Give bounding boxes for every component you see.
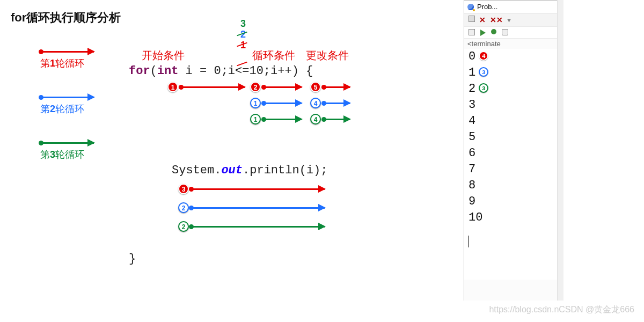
output-row: 10 (469, 210, 553, 226)
output-badge-1: 3 (479, 67, 488, 77)
menu-icon[interactable]: ▾ (507, 16, 511, 24)
console-panel: Prob... ✕ ✕✕ ▾ <terminate 04 13 23 3 4 5… (464, 0, 557, 301)
console-toolbar-2 (464, 27, 557, 39)
output-badge-0: 4 (479, 51, 488, 61)
legend-item-3: 第3轮循环 (40, 142, 94, 161)
console-output[interactable]: 04 13 23 3 4 5 6 7 8 9 10 (464, 49, 557, 280)
output-row: 6 (469, 145, 553, 162)
arrow-icon (323, 103, 350, 104)
breakpoint-icon (467, 4, 474, 10)
output-row: 04 (469, 49, 553, 65)
arrow-icon (323, 119, 350, 120)
arrow-icon (40, 97, 94, 98)
arrow-icon (263, 119, 302, 120)
arrow-icon (40, 142, 94, 144)
output-row: 5 (469, 129, 553, 145)
legend-label-2: 第2轮循环 (40, 103, 94, 115)
step-badge-print-blue: 2 (178, 202, 189, 213)
step-badge-red-1: 1 (167, 82, 178, 92)
pass-count-3: 3 (240, 18, 246, 30)
legend-item-1: 第1轮循环 (40, 51, 94, 70)
watermark: https://blog.csdn.nCSDN @黄金龙666 (489, 304, 634, 316)
scrollbar[interactable] (557, 0, 564, 301)
legend-label-3: 第3轮循环 (40, 148, 94, 161)
output-row: 7 (469, 162, 553, 178)
console-tab[interactable]: Prob... (464, 1, 557, 13)
console-toolbar-1: ✕ ✕✕ ▾ (464, 13, 557, 27)
terminate-icon[interactable] (469, 29, 475, 35)
arrow-icon (191, 188, 325, 190)
arrow-icon (263, 103, 302, 104)
step-badge-red-2: 2 (250, 82, 261, 92)
arrow-icon (40, 51, 94, 53)
step-badge-red-5: 5 (310, 82, 321, 92)
output-row: 13 (469, 65, 553, 81)
page-title: for循环执行顺序分析 (11, 10, 121, 26)
remove-icon[interactable]: ✕ (479, 16, 486, 24)
arrow-icon (263, 86, 302, 88)
arrow-icon (180, 86, 245, 88)
caret-icon (469, 236, 469, 247)
arrow-icon (191, 226, 325, 228)
code-line-for: for(int i = 0;i<=10;i++) { (129, 64, 313, 78)
code-line-close: } (129, 252, 136, 266)
step-badge-print-red: 3 (178, 184, 189, 194)
console-status: <terminate (464, 39, 557, 49)
ann-start-condition: 开始条件 (142, 48, 185, 63)
step-badge-blue-4: 4 (310, 98, 321, 108)
console-tab-label: Prob... (477, 3, 497, 11)
remove-all-icon[interactable]: ✕✕ (490, 16, 503, 24)
output-row: 23 (469, 81, 553, 97)
legend-item-2: 第2轮循环 (40, 97, 94, 115)
output-row: 3 (469, 97, 553, 113)
output-badge-2: 3 (479, 83, 488, 93)
toggle-icon[interactable] (502, 29, 508, 35)
step-badge-blue-1: 1 (250, 98, 261, 108)
arrow-icon (191, 207, 325, 209)
run-icon[interactable] (480, 30, 486, 36)
step-badge-green-4: 4 (310, 114, 321, 125)
ann-loop-condition: 循环条件 (252, 48, 295, 63)
stop-icon[interactable] (469, 16, 475, 22)
output-row: 8 (469, 178, 553, 194)
step-badge-print-green: 2 (178, 221, 189, 232)
code-line-println: System.out.println(i); (172, 164, 327, 177)
ann-update-condition: 更改条件 (306, 48, 349, 63)
output-row: 4 (469, 113, 553, 129)
legend-label-1: 第1轮循环 (40, 57, 94, 70)
arrow-icon (323, 86, 350, 88)
resume-icon[interactable] (491, 29, 496, 34)
output-row: 9 (469, 194, 553, 210)
step-badge-green-1: 1 (250, 114, 261, 125)
